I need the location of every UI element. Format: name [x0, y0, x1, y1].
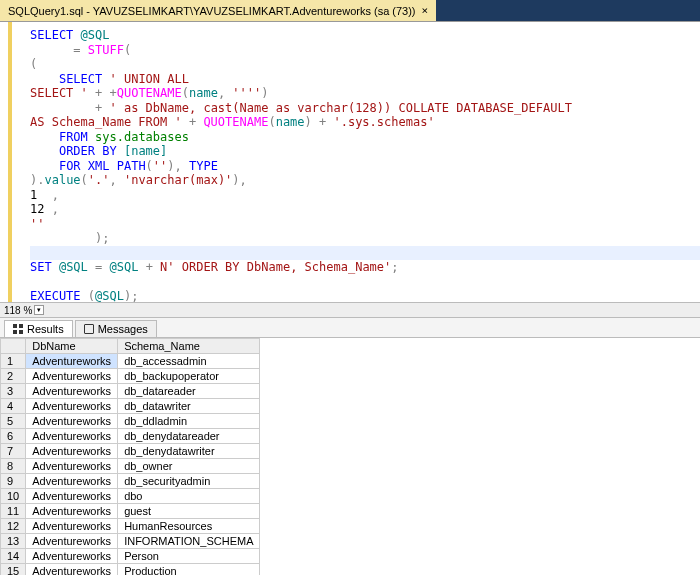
row-number[interactable]: 2: [1, 369, 26, 384]
cell-schema[interactable]: db_datareader: [118, 384, 260, 399]
table-row[interactable]: 3Adventureworksdb_datareader: [1, 384, 260, 399]
cell-schema[interactable]: guest: [118, 504, 260, 519]
row-number[interactable]: 12: [1, 519, 26, 534]
str: ' UNION ALL: [102, 72, 189, 86]
row-number[interactable]: 9: [1, 474, 26, 489]
table-row[interactable]: 10Adventureworksdbo: [1, 489, 260, 504]
result-tab-bar: Results Messages: [0, 318, 700, 338]
tab-title: SQLQuery1.sql - YAVUZSELIMKART\YAVUZSELI…: [8, 5, 416, 17]
row-number[interactable]: 13: [1, 534, 26, 549]
table-row[interactable]: 15AdventureworksProduction: [1, 564, 260, 576]
row-number[interactable]: 8: [1, 459, 26, 474]
tab-bar: SQLQuery1.sql - YAVUZSELIMKART\YAVUZSELI…: [0, 0, 700, 22]
cell-dbname[interactable]: Adventureworks: [26, 474, 118, 489]
table-row[interactable]: 4Adventureworksdb_datawriter: [1, 399, 260, 414]
cell-schema[interactable]: HumanResources: [118, 519, 260, 534]
cell-schema[interactable]: db_securityadmin: [118, 474, 260, 489]
row-number[interactable]: 3: [1, 384, 26, 399]
table-row[interactable]: 14AdventureworksPerson: [1, 549, 260, 564]
row-number[interactable]: 5: [1, 414, 26, 429]
table-row[interactable]: 11Adventureworksguest: [1, 504, 260, 519]
func: QUOTENAME: [196, 115, 268, 129]
kw: SELECT: [59, 72, 102, 86]
kw: EXECUTE: [30, 289, 81, 302]
row-number[interactable]: 11: [1, 504, 26, 519]
chevron-down-icon[interactable]: ▾: [34, 305, 44, 315]
grid-header-row: DbName Schema_Name: [1, 339, 260, 354]
cell-dbname[interactable]: Adventureworks: [26, 504, 118, 519]
table-row[interactable]: 6Adventureworksdb_denydatareader: [1, 429, 260, 444]
grid-icon: [13, 324, 23, 334]
cell-dbname[interactable]: Adventureworks: [26, 354, 118, 369]
table-row[interactable]: 9Adventureworksdb_securityadmin: [1, 474, 260, 489]
cell-schema[interactable]: db_backupoperator: [118, 369, 260, 384]
cell-schema[interactable]: db_datawriter: [118, 399, 260, 414]
kw: ORDER BY: [59, 144, 117, 158]
tab-messages[interactable]: Messages: [75, 320, 157, 337]
cell-dbname[interactable]: Adventureworks: [26, 489, 118, 504]
table-row[interactable]: 5Adventureworksdb_ddladmin: [1, 414, 260, 429]
corner-cell[interactable]: [1, 339, 26, 354]
sql-editor[interactable]: SELECT @SQL = STUFF( ( SELECT ' UNION AL…: [8, 22, 700, 302]
cell-dbname[interactable]: Adventureworks: [26, 444, 118, 459]
kw: SELECT: [30, 28, 73, 42]
results-grid-wrap[interactable]: DbName Schema_Name 1Adventureworksdb_acc…: [0, 338, 700, 575]
row-number[interactable]: 6: [1, 429, 26, 444]
kw: FOR XML PATH: [59, 159, 146, 173]
kw: FROM: [59, 130, 88, 144]
row-number[interactable]: 7: [1, 444, 26, 459]
cell-dbname[interactable]: Adventureworks: [26, 399, 118, 414]
cell-schema[interactable]: db_ddladmin: [118, 414, 260, 429]
message-icon: [84, 324, 94, 334]
var: @SQL: [73, 28, 109, 42]
cell-schema[interactable]: dbo: [118, 489, 260, 504]
zoom-level: 118 %: [4, 305, 32, 316]
cell-schema[interactable]: Production: [118, 564, 260, 576]
zoom-bar: 118 % ▾: [0, 302, 700, 318]
cell-schema[interactable]: db_denydatareader: [118, 429, 260, 444]
col-dbname[interactable]: DbName: [26, 339, 118, 354]
tab-results[interactable]: Results: [4, 320, 73, 337]
close-icon[interactable]: ×: [422, 4, 429, 17]
cell-schema[interactable]: db_owner: [118, 459, 260, 474]
row-number[interactable]: 1: [1, 354, 26, 369]
cell-schema[interactable]: db_denydatawriter: [118, 444, 260, 459]
row-number[interactable]: 15: [1, 564, 26, 576]
row-number[interactable]: 4: [1, 399, 26, 414]
cell-dbname[interactable]: Adventureworks: [26, 369, 118, 384]
tab-label: Results: [27, 323, 64, 335]
cell-dbname[interactable]: Adventureworks: [26, 534, 118, 549]
kw: SET: [30, 260, 52, 274]
cell-dbname[interactable]: Adventureworks: [26, 564, 118, 576]
cell-dbname[interactable]: Adventureworks: [26, 459, 118, 474]
table-row[interactable]: 8Adventureworksdb_owner: [1, 459, 260, 474]
cell-dbname[interactable]: Adventureworks: [26, 549, 118, 564]
row-number[interactable]: 10: [1, 489, 26, 504]
table-row[interactable]: 2Adventureworksdb_backupoperator: [1, 369, 260, 384]
results-grid: DbName Schema_Name 1Adventureworksdb_acc…: [0, 338, 260, 575]
col-schema[interactable]: Schema_Name: [118, 339, 260, 354]
func: QUOTENAME: [117, 86, 182, 100]
func: STUFF: [81, 43, 124, 57]
cell-dbname[interactable]: Adventureworks: [26, 519, 118, 534]
table-row[interactable]: 7Adventureworksdb_denydatawriter: [1, 444, 260, 459]
cell-dbname[interactable]: Adventureworks: [26, 429, 118, 444]
cell-schema[interactable]: Person: [118, 549, 260, 564]
tab-label: Messages: [98, 323, 148, 335]
table-row[interactable]: 13AdventureworksINFORMATION_SCHEMA: [1, 534, 260, 549]
cell-dbname[interactable]: Adventureworks: [26, 384, 118, 399]
cell-dbname[interactable]: Adventureworks: [26, 414, 118, 429]
table-row[interactable]: 1Adventureworksdb_accessadmin: [1, 354, 260, 369]
file-tab[interactable]: SQLQuery1.sql - YAVUZSELIMKART\YAVUZSELI…: [0, 0, 436, 21]
row-number[interactable]: 14: [1, 549, 26, 564]
table-row[interactable]: 12AdventureworksHumanResources: [1, 519, 260, 534]
cell-schema[interactable]: db_accessadmin: [118, 354, 260, 369]
cell-schema[interactable]: INFORMATION_SCHEMA: [118, 534, 260, 549]
